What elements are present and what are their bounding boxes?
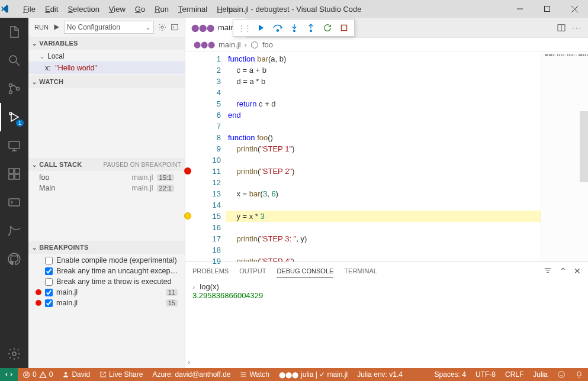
panel-tab[interactable]: TERMINAL: [344, 265, 377, 277]
callstack-header[interactable]: ⌄CALL STACK PAUSED ON BREAKPOINT: [28, 158, 185, 171]
source-control-icon[interactable]: [0, 75, 28, 103]
menu-file[interactable]: File: [19, 5, 40, 14]
step-out-button[interactable]: [303, 20, 319, 35]
status-liveshare[interactable]: Live Share: [95, 368, 147, 381]
run-label: RUN: [34, 24, 49, 31]
svg-point-4: [9, 56, 17, 63]
breakpoint-item[interactable]: main.jl15: [28, 298, 185, 308]
variable-row[interactable]: x: "Hello world": [28, 62, 185, 74]
svg-rect-20: [172, 24, 178, 30]
status-watch[interactable]: Watch: [235, 368, 274, 381]
panel-filter-icon[interactable]: [543, 266, 552, 276]
variables-scope[interactable]: ⌄Local: [28, 51, 185, 62]
menu-edit[interactable]: Edit: [41, 5, 62, 14]
watch-section: ⌄WATCH: [28, 75, 185, 158]
run-debug-icon[interactable]: 1: [0, 103, 28, 131]
continue-button[interactable]: [253, 20, 269, 35]
menu-terminal[interactable]: Terminal: [174, 5, 211, 14]
remote-indicator[interactable]: [0, 368, 18, 381]
variables-header[interactable]: ⌄VARIABLES: [28, 37, 185, 50]
debug-config-gear-icon[interactable]: [158, 22, 167, 32]
svg-rect-14: [9, 175, 14, 179]
panel-tab[interactable]: DEBUG CONSOLE: [277, 265, 333, 277]
breakpoints-header[interactable]: ⌄BREAKPOINTS: [28, 241, 185, 254]
menu-selection[interactable]: Selection: [63, 5, 103, 14]
console-output: 3.295836866004329: [192, 291, 581, 300]
status-bell-icon[interactable]: [570, 368, 588, 381]
svg-point-6: [9, 84, 12, 87]
minimize-button[interactable]: [506, 0, 534, 18]
svg-point-19: [161, 26, 163, 28]
close-button[interactable]: [561, 0, 588, 18]
status-lang[interactable]: Julia: [528, 368, 552, 381]
julia-file-icon: ⬤⬤⬤: [191, 24, 214, 32]
settings-gear-icon[interactable]: [0, 340, 28, 368]
breakpoint-option[interactable]: Break any time an uncaught excepti…: [28, 266, 185, 276]
menu-run[interactable]: Run: [150, 5, 173, 14]
debug-config-select[interactable]: No Configuration ⌄: [64, 21, 154, 34]
svg-rect-17: [9, 199, 20, 206]
panel-maximize-icon[interactable]: ⌃: [560, 266, 567, 276]
current-line-glyph: [184, 212, 191, 219]
more-actions-icon[interactable]: ···: [572, 23, 582, 33]
prompt-icon: ›: [192, 282, 195, 291]
svg-point-36: [65, 372, 67, 374]
breakpoints-section: ⌄BREAKPOINTS Enable compile mode (experi…: [28, 241, 185, 368]
breadcrumb[interactable]: ⬤⬤⬤ main.jl › foo: [185, 38, 588, 52]
search-icon[interactable]: [0, 46, 28, 75]
breakpoint-option[interactable]: Enable compile mode (experimental): [28, 255, 185, 266]
bottom-panel: PROBLEMSOUTPUTDEBUG CONSOLETERMINAL ⌃ ✕ …: [185, 261, 588, 368]
status-julia-task[interactable]: ⬤⬤⬤julia | ✓ main.jl: [274, 368, 352, 381]
panel-tab[interactable]: OUTPUT: [239, 265, 266, 277]
step-over-button[interactable]: [270, 20, 285, 35]
status-encoding[interactable]: UTF-8: [471, 368, 500, 381]
breakpoint-glyph[interactable]: [184, 167, 191, 175]
checkbox[interactable]: [45, 299, 53, 307]
remote-explorer-icon[interactable]: [0, 131, 28, 160]
status-feedback-icon[interactable]: [552, 368, 570, 381]
status-spaces[interactable]: Spaces: 4: [430, 368, 471, 381]
maximize-button[interactable]: [534, 0, 561, 18]
checkbox[interactable]: [45, 289, 53, 296]
extensions-icon[interactable]: [0, 160, 28, 188]
variables-section: ⌄VARIABLES ⌄Local x: "Hello world": [28, 37, 185, 75]
checkbox[interactable]: [45, 278, 53, 286]
stop-button[interactable]: [336, 20, 352, 35]
status-julia-env[interactable]: Julia env: v1.4: [352, 368, 407, 381]
callstack-frame[interactable]: Mainmain.jl22:1: [28, 183, 185, 193]
status-user[interactable]: David: [57, 368, 95, 381]
status-eol[interactable]: CRLF: [500, 368, 528, 381]
start-debug-icon[interactable]: [52, 23, 60, 31]
svg-rect-28: [341, 25, 346, 30]
explorer-icon[interactable]: [0, 18, 28, 46]
drag-grip-icon[interactable]: ⋮⋮: [236, 24, 252, 33]
restart-button[interactable]: [320, 20, 335, 35]
panel-tab[interactable]: PROBLEMS: [192, 265, 229, 277]
status-azure[interactable]: Azure: david@anthoff.de: [147, 368, 235, 381]
callstack-frame[interactable]: foomain.jl15:1: [28, 172, 185, 183]
step-into-button[interactable]: [287, 20, 302, 35]
status-errors[interactable]: 0 0: [18, 368, 57, 381]
github-icon[interactable]: [0, 245, 28, 273]
julia-pane-icon[interactable]: [0, 188, 28, 217]
menu-go[interactable]: Go: [131, 5, 149, 14]
svg-rect-1: [545, 7, 550, 12]
editor[interactable]: 12345678910111213141516171819 function b…: [185, 52, 588, 261]
checkbox[interactable]: [45, 257, 53, 264]
minimap[interactable]: ████ ███ █\n █ █ █ █\n █ █ █ █\n\n ████ …: [541, 52, 588, 261]
svg-rect-13: [9, 169, 14, 173]
console-input: log(x): [200, 282, 219, 291]
panel-close-icon[interactable]: ✕: [574, 266, 581, 276]
breakpoint-option[interactable]: Break any time a throw is executed: [28, 276, 185, 287]
svg-line-5: [16, 62, 20, 66]
julia-plots-icon[interactable]: [0, 217, 28, 245]
watch-header[interactable]: ⌄WATCH: [28, 75, 185, 88]
split-editor-icon[interactable]: [557, 23, 566, 33]
scrollbar[interactable]: [580, 111, 588, 182]
console-input-chevron[interactable]: ›: [185, 357, 588, 368]
checkbox[interactable]: [45, 267, 53, 275]
debug-console-icon[interactable]: [171, 23, 179, 31]
breakpoint-item[interactable]: main.jl11: [28, 287, 185, 298]
menu-view[interactable]: View: [105, 5, 130, 14]
debug-console[interactable]: ›log(x) 3.295836866004329: [185, 280, 588, 357]
